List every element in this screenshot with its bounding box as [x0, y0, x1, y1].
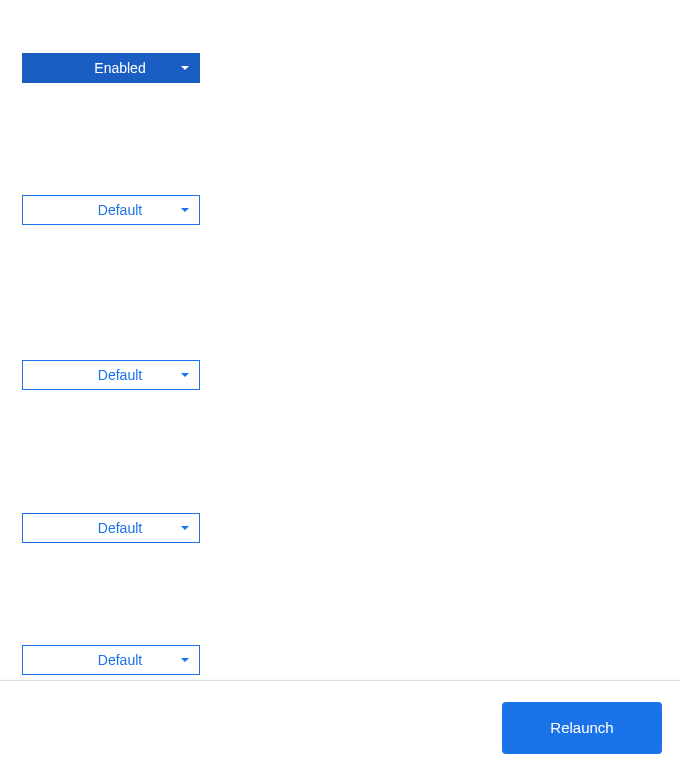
flag-dropdown-5-label: Default: [23, 652, 199, 668]
chevron-down-icon: [181, 208, 189, 212]
relaunch-button-label: Relaunch: [550, 719, 613, 736]
flags-content: Enabled Default Default Default Default: [0, 0, 680, 680]
flag-dropdown-1[interactable]: Enabled: [22, 53, 200, 83]
chevron-down-icon: [181, 66, 189, 70]
flag-dropdown-4[interactable]: Default: [22, 513, 200, 543]
chevron-down-icon: [181, 658, 189, 662]
relaunch-button[interactable]: Relaunch: [502, 702, 662, 754]
flag-dropdown-2-label: Default: [23, 202, 199, 218]
footer-bar: Relaunch: [0, 680, 680, 774]
chevron-down-icon: [181, 373, 189, 377]
flag-dropdown-3-label: Default: [23, 367, 199, 383]
chevron-down-icon: [181, 526, 189, 530]
flag-dropdown-1-label: Enabled: [23, 60, 199, 76]
flag-dropdown-3[interactable]: Default: [22, 360, 200, 390]
flag-dropdown-5[interactable]: Default: [22, 645, 200, 675]
flag-dropdown-4-label: Default: [23, 520, 199, 536]
flag-dropdown-2[interactable]: Default: [22, 195, 200, 225]
